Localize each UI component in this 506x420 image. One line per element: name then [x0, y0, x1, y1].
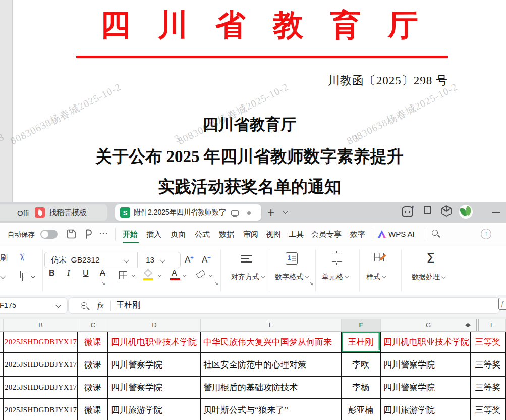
cell[interactable]: 四川警察学院 — [108, 377, 201, 398]
paste-button[interactable] — [20, 271, 26, 278]
dialog-launcher-icon[interactable]: ↘ — [101, 280, 105, 286]
font-size-select[interactable]: 13 — [138, 255, 154, 265]
task-pane-icon[interactable]: f — [498, 298, 506, 310]
collapse-formula-icon[interactable] — [81, 302, 87, 309]
cell[interactable]: 四川旅游学院 — [108, 399, 201, 420]
paste-chevron-icon[interactable] — [31, 274, 36, 279]
column-header-E[interactable]: E — [201, 319, 342, 331]
cell[interactable]: 四川警察学院 — [381, 353, 471, 376]
cut-button[interactable]: ✂ — [16, 253, 28, 261]
eraser-button[interactable] — [196, 270, 206, 278]
font-color-button[interactable]: A — [172, 269, 177, 278]
column-header-sliver[interactable] — [0, 319, 4, 331]
tab-active-spreadsheet[interactable]: S 附件2.2025年四川省教师数字 — [115, 204, 261, 221]
cell[interactable] — [0, 399, 4, 420]
menu-item-data[interactable]: 数据 — [219, 223, 234, 246]
cell[interactable] — [0, 332, 4, 352]
menu-item-wps-ai[interactable]: WPS AI — [388, 223, 415, 246]
styles-group-button[interactable]: 样式 — [366, 267, 386, 287]
cell[interactable]: 三等奖 — [471, 377, 506, 398]
menu-item-tools[interactable]: 工具 — [289, 223, 304, 246]
user-avatar[interactable] — [459, 205, 473, 219]
cube-icon[interactable] — [441, 205, 452, 217]
cell[interactable] — [0, 377, 4, 398]
search-icon[interactable] — [432, 230, 438, 236]
cell[interactable]: 2025JSHDGDBJYX172 — [4, 353, 78, 376]
cell[interactable]: 社区安全防范中的心理对策 — [201, 353, 342, 376]
fill-handle[interactable] — [378, 350, 381, 352]
borders-button[interactable] — [119, 271, 127, 279]
format-painter-button[interactable]: 刷 — [0, 253, 8, 263]
cell[interactable]: 中华民族伟大复兴中国梦从何而来 — [201, 332, 342, 352]
data-processing-group-button[interactable]: 数据处理 — [412, 267, 445, 287]
more-commands-button[interactable]: ⋯ — [99, 228, 108, 239]
cell[interactable]: 微课 — [78, 353, 108, 376]
column-header-C[interactable]: C — [78, 319, 108, 331]
save-icon[interactable] — [67, 229, 76, 239]
borders-chevron-icon[interactable] — [132, 273, 136, 277]
menu-item-view[interactable]: 视图 — [266, 223, 281, 246]
cell[interactable] — [0, 353, 4, 376]
upload-icon[interactable]: ↑ — [481, 229, 491, 239]
fx-icon[interactable]: fx — [97, 301, 103, 311]
hidden-columns-marker[interactable] — [465, 323, 471, 327]
cell[interactable]: 三等奖 — [471, 399, 506, 420]
menu-item-membership[interactable]: 会员专享 — [311, 223, 342, 246]
alignment-group-button[interactable]: 对齐方式 — [231, 267, 265, 287]
cell[interactable]: 微课 — [78, 377, 108, 398]
selected-cell[interactable]: 王杜刚 — [342, 332, 381, 352]
dialog-launcher-icon[interactable]: ↘ — [214, 280, 218, 286]
menu-item-efficiency[interactable]: 效率 — [350, 223, 365, 246]
decrease-font-button[interactable]: A− — [202, 254, 211, 265]
cell[interactable]: 四川机电职业技术学院 — [381, 332, 471, 352]
cell[interactable]: 微课 — [78, 332, 108, 352]
menu-item-review[interactable]: 审阅 — [243, 223, 258, 246]
column-header-G[interactable]: G — [381, 319, 476, 331]
dialog-launcher-icon[interactable]: ↘ — [309, 280, 313, 286]
column-header-L[interactable]: L — [479, 319, 506, 331]
cells-group-button[interactable]: 单元格 — [322, 267, 349, 287]
cell[interactable]: 四川机电职业技术学院 — [108, 332, 201, 352]
column-header-F[interactable]: F — [342, 319, 381, 331]
fill-color-chevron-icon[interactable] — [158, 273, 162, 277]
menu-item-insert[interactable]: 插入 — [146, 223, 161, 246]
cell[interactable]: 四川警察学院 — [381, 377, 471, 398]
minimize-button[interactable] — [492, 212, 500, 213]
column-header-B[interactable]: B — [4, 319, 78, 331]
strikethrough-button[interactable]: A — [100, 269, 105, 278]
cell[interactable]: 微课 — [78, 399, 108, 420]
cell[interactable]: 李欧 — [342, 353, 381, 376]
number-format-group-button[interactable]: 数字格式 — [275, 267, 309, 287]
tab-docer-templates[interactable]: 找稻壳模板 — [29, 204, 107, 221]
cell[interactable]: 三等奖 — [471, 332, 506, 352]
cell[interactable]: 2025JSHDGDBJYX171 — [4, 332, 78, 352]
cell[interactable]: 彭亚楠 — [342, 399, 381, 420]
font-size-chevron-icon[interactable] — [160, 257, 165, 262]
cell[interactable]: 李杨 — [342, 377, 381, 398]
menu-item-formula[interactable]: 公式 — [195, 223, 210, 246]
menu-item-page[interactable]: 页面 — [171, 223, 186, 246]
fill-color-button[interactable] — [144, 269, 152, 277]
name-box-chevron-icon[interactable] — [56, 303, 61, 308]
tab-list-chevron-icon[interactable] — [283, 209, 288, 214]
cell[interactable]: 2025JSHDGDBJYX174 — [4, 399, 78, 420]
format-painter-chevron-icon[interactable] — [1, 274, 6, 279]
cell[interactable]: 四川警察学院 — [108, 353, 201, 376]
cell[interactable]: 2025JSHDGDBJYX173 — [4, 377, 78, 398]
eraser-chevron-icon[interactable] — [209, 273, 213, 277]
formula-input[interactable]: fx 王杜刚 — [68, 297, 500, 314]
cell[interactable]: 贝叶斯公式与“狼来了” — [201, 399, 342, 420]
print-icon[interactable] — [84, 229, 93, 239]
font-name-select[interactable]: 仿宋_GB2312 — [45, 255, 125, 266]
font-name-chevron-icon[interactable] — [124, 257, 129, 262]
underline-button[interactable]: U — [83, 269, 89, 278]
cell[interactable]: 三等奖 — [471, 353, 506, 376]
column-header-D[interactable]: D — [108, 319, 201, 331]
name-box[interactable]: F175 — [0, 297, 68, 314]
italic-button[interactable]: I — [67, 269, 70, 278]
increase-font-button[interactable]: A+ — [185, 254, 194, 265]
cell[interactable]: 警用棍盾的基础攻防技术 — [201, 377, 342, 398]
multi-window-icon[interactable] — [424, 206, 431, 214]
bold-button[interactable]: B — [49, 269, 55, 278]
new-tab-button[interactable]: + — [267, 205, 274, 220]
